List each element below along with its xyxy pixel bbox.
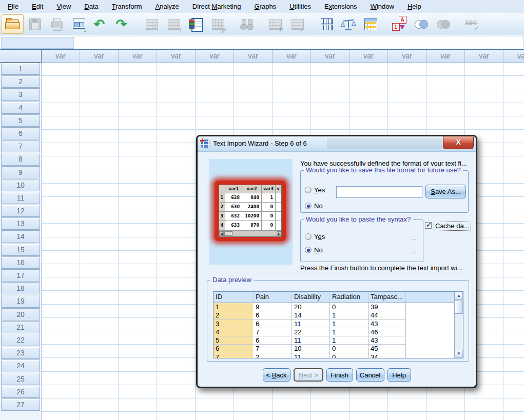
row-header[interactable]: 15 (1, 244, 40, 256)
column-header[interactable]: var (350, 50, 388, 63)
goto-variable-button[interactable]: ↓ (163, 14, 185, 34)
row-header[interactable]: 9 (1, 166, 40, 178)
scroll-down-icon[interactable]: ▼ (455, 350, 463, 358)
row-header[interactable]: 10 (1, 179, 40, 191)
insert-cases-button[interactable]: ∗ (264, 14, 286, 34)
menu-extensions[interactable]: Extensions (318, 1, 364, 12)
column-header[interactable]: var (311, 50, 350, 63)
menu-view[interactable]: View (50, 1, 77, 12)
cell-reference-box[interactable] (1, 37, 74, 49)
column-header[interactable]: var (388, 50, 426, 63)
value-labels-button[interactable]: A1 (388, 14, 410, 34)
row-header[interactable]: 21 (1, 321, 40, 333)
row-header[interactable]: 24 (1, 359, 40, 372)
insert-variable-button[interactable]: ✓ (286, 14, 308, 34)
cell-editor-bar[interactable] (73, 36, 524, 48)
row-header[interactable]: 2 (1, 75, 40, 88)
row-header[interactable]: 6 (1, 127, 40, 139)
menu-window[interactable]: Window (364, 1, 401, 12)
radio-unselected-icon (305, 233, 312, 240)
variables-button[interactable] (185, 14, 207, 34)
row-header[interactable]: 13 (1, 217, 40, 230)
open-data-button[interactable] (2, 14, 24, 34)
paste-syntax-no-radio[interactable]: No (305, 246, 323, 254)
split-file-button[interactable] (315, 14, 337, 34)
row-header[interactable]: 22 (1, 334, 40, 346)
undo-button[interactable]: ↶ (90, 14, 112, 34)
menu-analyze[interactable]: Analyze (149, 1, 186, 12)
column-header[interactable]: var (273, 50, 311, 63)
column-header[interactable]: var (119, 50, 157, 63)
row-header[interactable]: 12 (1, 205, 40, 217)
show-all-variables-button[interactable] (432, 14, 454, 34)
back-button[interactable]: < Back (263, 368, 290, 382)
column-header[interactable]: var (426, 50, 465, 63)
row-header[interactable]: 20 (1, 308, 40, 321)
column-header[interactable]: var (234, 50, 273, 63)
menu-utilities[interactable]: Utilities (283, 1, 318, 12)
use-variable-sets-button[interactable] (410, 14, 432, 34)
column-header[interactable]: var (42, 50, 80, 63)
menu-graphs[interactable]: Graphs (247, 1, 283, 12)
row-header[interactable]: 19 (1, 295, 40, 307)
row-header[interactable]: 16 (1, 256, 40, 269)
help-button[interactable]: Help (387, 368, 411, 382)
data-preview-table: IDPainDisabilityRadiationTampasc... 1920… (213, 291, 463, 358)
menu-edit[interactable]: Edit (25, 1, 50, 12)
close-button[interactable]: X (443, 136, 474, 149)
row-header[interactable]: 5 (1, 114, 40, 127)
menu-help[interactable]: Help (401, 1, 428, 12)
menu-data[interactable]: Data (77, 1, 105, 12)
row-header[interactable]: 1 (1, 63, 40, 75)
scroll-up-icon[interactable]: ▲ (455, 292, 463, 300)
paste-syntax-yes-radio[interactable]: Yes (305, 233, 325, 241)
format-file-field[interactable] (336, 186, 422, 198)
row-header[interactable]: 3 (1, 88, 40, 101)
row-header[interactable]: 25 (1, 373, 40, 385)
find-button[interactable] (236, 14, 258, 34)
preview-data-cell: 6 (254, 311, 292, 319)
row-header[interactable]: 18 (1, 282, 40, 294)
recall-dialogs-button[interactable]: ↓ (68, 14, 90, 34)
row-header[interactable]: 4 (1, 102, 40, 114)
vertical-scrollbar[interactable]: ▲ ▼ (454, 292, 463, 358)
save-format-no-radio[interactable]: No (305, 202, 323, 210)
row-header[interactable]: 8 (1, 153, 40, 165)
save-format-yes-radio[interactable]: Yes (305, 186, 325, 194)
save-button[interactable] (24, 14, 46, 34)
menu-transform[interactable]: Transform (105, 1, 149, 12)
weight-cases-button[interactable]: △△ (337, 14, 359, 34)
paste-syntax-groupbox: Would you like to paste the syntax? Yes … (300, 219, 423, 262)
row-header[interactable]: 11 (1, 192, 40, 204)
column-header[interactable]: var (157, 50, 196, 63)
row-header[interactable]: 7 (1, 140, 40, 152)
row-header[interactable]: 27 (1, 398, 40, 411)
descriptives-button[interactable]: μ (207, 14, 229, 34)
spell-check-button[interactable]: ABC✓ (461, 14, 483, 34)
row-header[interactable]: 26 (1, 386, 40, 398)
menu-direct-marketing[interactable]: Direct Marketing (186, 1, 248, 12)
cancel-button[interactable]: Cancel (356, 368, 384, 382)
thumb-header-cell: v (276, 185, 281, 193)
column-header[interactable]: var (196, 50, 234, 63)
finish-button[interactable]: Finish (326, 368, 353, 382)
dialog-title-bar[interactable]: Text Import Wizard - Step 6 of 6 (198, 136, 476, 152)
radio-selected-icon (305, 203, 312, 209)
column-header[interactable]: var (80, 50, 119, 63)
close-icon: X (456, 138, 460, 146)
cache-data-checkbox-row[interactable]: Cache da... (425, 222, 471, 231)
column-header[interactable]: var (465, 50, 503, 63)
row-header[interactable]: 23 (1, 347, 40, 359)
grid-corner-cell[interactable] (0, 50, 42, 63)
select-cases-button[interactable] (359, 14, 381, 34)
thumb-data-cell: 0 (262, 212, 276, 221)
menu-file[interactable]: File (1, 1, 25, 12)
row-header[interactable]: 14 (1, 230, 40, 243)
redo-button[interactable]: ↷ (112, 14, 134, 34)
scrollbar-thumb[interactable] (455, 301, 463, 314)
print-button[interactable] (46, 14, 68, 34)
goto-case-button[interactable]: → (141, 14, 163, 34)
save-as-button[interactable]: Save As... (425, 185, 466, 198)
row-header[interactable]: 17 (1, 269, 40, 282)
column-header[interactable]: var (503, 50, 524, 63)
